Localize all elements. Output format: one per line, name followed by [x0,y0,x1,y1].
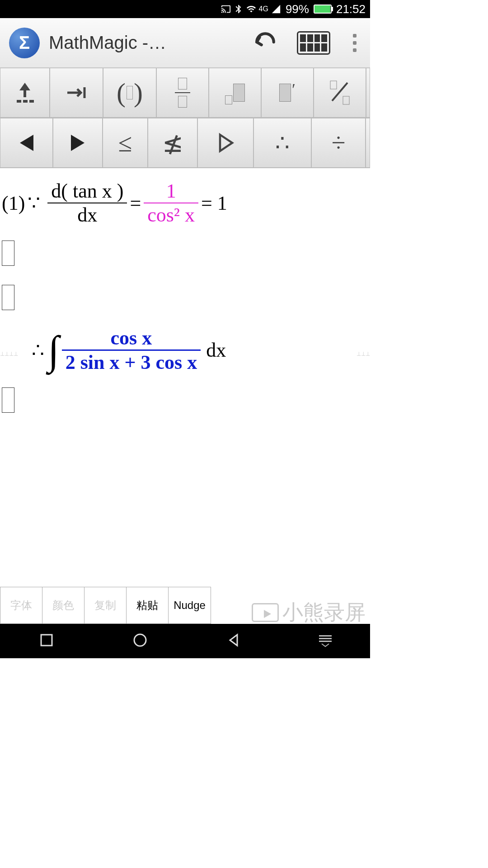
nav-hide-button[interactable] [319,635,332,647]
app-bar: Σ MathMagic -… [0,18,370,68]
eq2-dx: dx [206,339,226,362]
app-logo: Σ [9,28,40,58]
svg-rect-7 [41,635,52,646]
wifi-icon [246,4,256,14]
cast-icon [221,4,231,14]
open-triangle-button[interactable] [197,118,253,168]
eq1-frac1-numerator: d( tan x ) [47,179,127,203]
therefore-symbol: ∴ [32,339,44,362]
undo-button[interactable] [252,31,279,55]
because-symbol: ∵ [28,191,40,215]
svg-line-5 [332,83,347,101]
battery-percent: 99% [286,2,309,16]
nudge-button[interactable]: Nudge [169,587,211,623]
eq1-frac1-denominator: dx [74,203,101,226]
clock-time: 21:52 [336,2,366,16]
placeholder-box-1[interactable] [2,241,14,266]
battery-icon [314,5,332,14]
integral-sign: ∫ [48,327,59,373]
toolbar-overflow-2[interactable] [366,118,370,168]
tab-button[interactable] [50,68,103,118]
equals-2: = 1 [201,192,227,215]
divide-button[interactable]: ÷ [311,118,366,168]
svg-rect-6 [343,96,349,104]
equation-1: (1) ∵ d( tan x ) dx = 1 cos² x = 1 [0,179,370,226]
not-leq-button[interactable]: ≰ [148,118,197,168]
eq1-number: (1) [2,192,25,215]
eq2-fraction: cos x 2 sin x + 3 cos x [62,326,201,374]
therefore-button[interactable]: ∴ [253,118,311,168]
prev-button[interactable] [0,118,53,168]
watermark-text: 小熊录屏 [282,599,366,627]
parentheses-button[interactable]: () [103,68,156,118]
toolbar-row-1: () ′ [0,68,370,118]
slash-fraction-button[interactable] [314,68,366,118]
subscript-left-button[interactable] [209,68,261,118]
equation-2: ∴ ∫ cos x 2 sin x + 3 cos x dx [0,326,370,374]
status-bar: 4G 99% 21:52 [0,0,370,18]
keyboard-button[interactable] [297,31,330,55]
network-type: 4G [259,5,268,13]
paste-button[interactable]: 粘贴 [127,587,169,623]
bottom-toolbar: 字体 颜色 复制 粘贴 Nudge [0,587,211,624]
prime-button[interactable]: ′ [261,68,314,118]
svg-rect-1 [23,100,28,103]
nav-back-button[interactable] [225,632,242,650]
eq1-fraction-2: 1 cos² x [144,179,198,226]
eq1-frac2-denominator: cos² x [144,203,198,226]
shift-up-button[interactable] [0,68,50,118]
placeholder-box-3[interactable] [2,387,14,413]
font-button: 字体 [0,587,42,623]
nav-home-button[interactable] [132,632,148,650]
equals-1: = [130,192,141,215]
color-button: 颜色 [42,587,84,623]
next-button[interactable] [53,118,103,168]
toolbar-overflow-1[interactable] [366,68,370,118]
recorder-watermark: 小熊录屏 [252,599,366,627]
recorder-icon [252,603,279,622]
signal-icon [271,4,281,14]
eq2-frac-numerator: cos x [107,326,156,349]
eq1-fraction-1: d( tan x ) dx [47,179,127,226]
math-toolbar: () ′ ≤ ≰ ∴ ÷ [0,68,370,168]
app-title: MathMagic -… [49,33,252,53]
nav-recents-button[interactable] [38,632,55,650]
leq-button[interactable]: ≤ [103,118,148,168]
toolbar-row-2: ≤ ≰ ∴ ÷ [0,118,370,168]
svg-rect-0 [17,100,21,103]
bluetooth-icon [234,4,244,14]
placeholder-box-2[interactable] [2,285,14,310]
eq2-frac-denominator: 2 sin x + 3 cos x [62,351,201,374]
svg-point-8 [134,634,146,646]
status-icons: 4G [221,4,281,14]
svg-rect-4 [330,81,337,89]
equation-canvas[interactable]: (1) ∵ d( tan x ) dx = 1 cos² x = 1 ⊥⊥⊥⊥ … [0,168,370,575]
svg-rect-2 [29,100,34,103]
copy-button: 复制 [84,587,127,623]
fraction-button[interactable] [156,68,209,118]
eq1-frac2-numerator: 1 [163,179,180,203]
overflow-menu-button[interactable] [348,34,361,52]
android-nav-bar [0,624,370,658]
